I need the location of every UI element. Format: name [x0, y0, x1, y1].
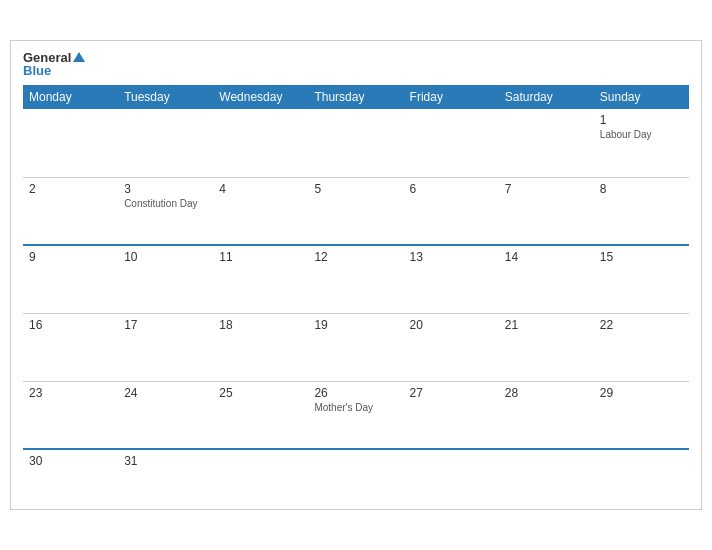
col-friday: Friday	[404, 85, 499, 109]
col-saturday: Saturday	[499, 85, 594, 109]
calendar-cell-5-4	[404, 449, 499, 499]
calendar-cell-0-5	[499, 109, 594, 177]
day-number: 15	[600, 250, 683, 264]
calendar-cell-0-2	[213, 109, 308, 177]
calendar-cell-4-2: 25	[213, 381, 308, 449]
day-number: 13	[410, 250, 493, 264]
calendar-cell-2-2: 11	[213, 245, 308, 313]
day-number: 7	[505, 182, 588, 196]
calendar-cell-5-0: 30	[23, 449, 118, 499]
day-number: 1	[600, 113, 683, 127]
calendar-cell-3-2: 18	[213, 313, 308, 381]
event-label: Constitution Day	[124, 198, 207, 209]
calendar-cell-3-0: 16	[23, 313, 118, 381]
calendar-cell-3-5: 21	[499, 313, 594, 381]
header-row: Monday Tuesday Wednesday Thursday Friday…	[23, 85, 689, 109]
calendar-cell-2-5: 14	[499, 245, 594, 313]
col-sunday: Sunday	[594, 85, 689, 109]
calendar-cell-1-0: 2	[23, 177, 118, 245]
col-thursday: Thursday	[308, 85, 403, 109]
calendar-cell-1-1: 3Constitution Day	[118, 177, 213, 245]
calendar-row-4: 23242526Mother's Day272829	[23, 381, 689, 449]
day-number: 5	[314, 182, 397, 196]
logo: General Blue	[23, 51, 85, 77]
calendar-cell-3-4: 20	[404, 313, 499, 381]
calendar-cell-4-1: 24	[118, 381, 213, 449]
calendar-cell-5-5	[499, 449, 594, 499]
calendar-cell-3-6: 22	[594, 313, 689, 381]
calendar-cell-1-6: 8	[594, 177, 689, 245]
logo-triangle-icon	[73, 52, 85, 62]
day-number: 4	[219, 182, 302, 196]
day-number: 10	[124, 250, 207, 264]
calendar-cell-1-4: 6	[404, 177, 499, 245]
calendar-cell-0-3	[308, 109, 403, 177]
day-number: 6	[410, 182, 493, 196]
day-number: 17	[124, 318, 207, 332]
day-number: 23	[29, 386, 112, 400]
calendar-cell-4-5: 28	[499, 381, 594, 449]
day-number: 2	[29, 182, 112, 196]
day-number: 26	[314, 386, 397, 400]
calendar-cell-3-1: 17	[118, 313, 213, 381]
calendar-header: General Blue	[23, 51, 689, 77]
calendar-row-1: 23Constitution Day45678	[23, 177, 689, 245]
calendar-cell-2-6: 15	[594, 245, 689, 313]
calendar-cell-4-0: 23	[23, 381, 118, 449]
col-tuesday: Tuesday	[118, 85, 213, 109]
event-label: Mother's Day	[314, 402, 397, 413]
calendar-cell-0-1	[118, 109, 213, 177]
calendar-row-3: 16171819202122	[23, 313, 689, 381]
calendar-cell-1-3: 5	[308, 177, 403, 245]
day-number: 3	[124, 182, 207, 196]
day-number: 11	[219, 250, 302, 264]
day-number: 28	[505, 386, 588, 400]
calendar-cell-2-4: 13	[404, 245, 499, 313]
calendar-row-0: 1Labour Day	[23, 109, 689, 177]
col-wednesday: Wednesday	[213, 85, 308, 109]
calendar-cell-5-1: 31	[118, 449, 213, 499]
calendar-cell-2-0: 9	[23, 245, 118, 313]
calendar-cell-4-3: 26Mother's Day	[308, 381, 403, 449]
day-number: 12	[314, 250, 397, 264]
event-label: Labour Day	[600, 129, 683, 140]
calendar-row-5: 3031	[23, 449, 689, 499]
logo-blue-text: Blue	[23, 64, 85, 77]
day-number: 27	[410, 386, 493, 400]
day-number: 16	[29, 318, 112, 332]
calendar-cell-5-6	[594, 449, 689, 499]
day-number: 30	[29, 454, 112, 468]
day-number: 9	[29, 250, 112, 264]
col-monday: Monday	[23, 85, 118, 109]
day-number: 20	[410, 318, 493, 332]
calendar-cell-1-2: 4	[213, 177, 308, 245]
day-number: 21	[505, 318, 588, 332]
day-number: 18	[219, 318, 302, 332]
calendar-cell-1-5: 7	[499, 177, 594, 245]
calendar-cell-4-6: 29	[594, 381, 689, 449]
calendar-cell-2-3: 12	[308, 245, 403, 313]
calendar-cell-2-1: 10	[118, 245, 213, 313]
calendar-table: Monday Tuesday Wednesday Thursday Friday…	[23, 85, 689, 499]
calendar-cell-5-3	[308, 449, 403, 499]
calendar-cell-0-4	[404, 109, 499, 177]
calendar-container: General Blue Monday Tuesday Wednesday Th…	[10, 40, 702, 510]
calendar-cell-3-3: 19	[308, 313, 403, 381]
day-number: 29	[600, 386, 683, 400]
day-number: 22	[600, 318, 683, 332]
day-number: 8	[600, 182, 683, 196]
day-number: 24	[124, 386, 207, 400]
calendar-cell-0-0	[23, 109, 118, 177]
day-number: 31	[124, 454, 207, 468]
day-number: 14	[505, 250, 588, 264]
calendar-cell-0-6: 1Labour Day	[594, 109, 689, 177]
calendar-cell-5-2	[213, 449, 308, 499]
calendar-row-2: 9101112131415	[23, 245, 689, 313]
day-number: 25	[219, 386, 302, 400]
calendar-cell-4-4: 27	[404, 381, 499, 449]
day-number: 19	[314, 318, 397, 332]
